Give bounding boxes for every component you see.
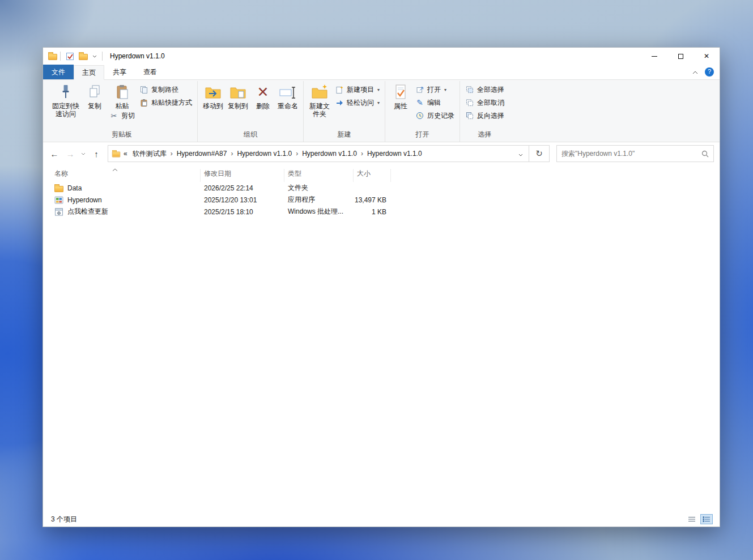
- explorer-window: Hyperdown v1.1.0 ✕ 文件 主页 共享 查看 ?: [42, 47, 720, 527]
- view-toggles: [686, 514, 713, 524]
- ribbon-group-organize: 移动到 复制到 ✕ 删除 重命名: [197, 81, 303, 142]
- column-header-date[interactable]: 修改日期: [201, 169, 284, 182]
- tab-view[interactable]: 查看: [135, 65, 165, 79]
- collapse-ribbon-button[interactable]: [691, 66, 699, 77]
- edit-label: 编辑: [427, 98, 441, 108]
- new-folder-button[interactable]: 新建文件夹: [307, 81, 333, 118]
- rename-icon: [279, 83, 296, 101]
- chevron-up-icon: [692, 71, 698, 74]
- history-icon: [415, 111, 424, 120]
- file-name-cell: Data: [51, 184, 201, 192]
- file-row-update-checker[interactable]: 点我检查更新 2025/2/15 18:10 Windows 批处理... 1 …: [51, 206, 720, 218]
- cut-button[interactable]: ✂ 剪切: [107, 110, 137, 121]
- details-view-button[interactable]: [700, 514, 713, 524]
- breadcrumb-segment-3[interactable]: Hyperdown v1.1.0: [300, 150, 359, 158]
- qat-properties-button[interactable]: [63, 51, 76, 62]
- properties-check-icon: [66, 52, 74, 61]
- paste-shortcut-label: 粘贴快捷方式: [151, 98, 192, 108]
- maximize-button[interactable]: [667, 48, 694, 65]
- breadcrumb-segment-1[interactable]: Hyperdown#A87: [175, 150, 229, 158]
- breadcrumb-segment-2[interactable]: Hyperdown v1.1.0: [235, 150, 294, 158]
- invert-selection-label: 反向选择: [477, 111, 504, 121]
- file-type-cell: 应用程序: [284, 195, 354, 205]
- forward-icon: →: [66, 149, 75, 159]
- paste-button[interactable]: 粘贴: [110, 81, 135, 110]
- list-view-button[interactable]: [686, 514, 698, 524]
- delete-button[interactable]: ✕ 删除: [250, 81, 275, 110]
- close-button[interactable]: ✕: [694, 48, 720, 65]
- breadcrumb-segment-0[interactable]: 软件测试库: [130, 149, 169, 159]
- copy-to-icon: [229, 83, 246, 101]
- history-button[interactable]: 历史记录: [413, 110, 457, 121]
- forward-button[interactable]: →: [63, 146, 77, 161]
- list-view-icon: [688, 516, 696, 523]
- easy-access-label: 轻松访问: [347, 98, 374, 108]
- window-controls: ✕: [641, 48, 720, 65]
- address-dropdown-button[interactable]: [516, 150, 525, 158]
- open-dropdown-icon: ▾: [444, 87, 446, 92]
- new-small-column: 新建项目 ▾ 轻松访问 ▾: [333, 81, 382, 108]
- properties-button[interactable]: 属性: [388, 81, 413, 110]
- edit-button[interactable]: ✎ 编辑: [413, 97, 457, 108]
- status-bar: 3 个项目: [43, 512, 720, 527]
- easy-access-button[interactable]: 轻松访问 ▾: [333, 97, 382, 108]
- up-button[interactable]: ↑: [90, 146, 103, 161]
- file-row-hyperdown[interactable]: Hyperdown 2025/12/20 13:01 应用程序 13,497 K…: [51, 194, 720, 206]
- help-button[interactable]: ?: [705, 67, 714, 77]
- ribbon-group-select: 全部选择 全部取消 反向选择 选择: [460, 81, 509, 142]
- back-button[interactable]: ←: [48, 146, 61, 161]
- file-row-data[interactable]: Data 2026/2/25 22:14 文件夹: [51, 182, 720, 194]
- search-input[interactable]: [561, 150, 701, 158]
- breadcrumb-chevron-icon[interactable]: ›: [229, 150, 234, 158]
- copy-to-button[interactable]: 复制到: [226, 81, 250, 110]
- qat-customize-button[interactable]: [90, 54, 99, 59]
- refresh-button[interactable]: ↻: [529, 145, 550, 162]
- column-header-type[interactable]: 类型: [284, 169, 354, 182]
- new-folder-small-icon: [79, 54, 88, 60]
- select-none-button[interactable]: 全部取消: [463, 97, 507, 108]
- delete-label: 删除: [256, 102, 270, 110]
- qat-new-folder-button[interactable]: [76, 51, 90, 61]
- breadcrumb-chevron-icon[interactable]: ›: [169, 150, 174, 158]
- easy-access-icon: [335, 98, 344, 107]
- address-bar: « 软件测试库 › Hyperdown#A87 › Hyperdown v1.1…: [108, 145, 550, 162]
- cut-label: 剪切: [121, 111, 135, 121]
- copy-button[interactable]: 复制: [82, 81, 107, 110]
- ribbon-tab-row: 文件 主页 共享 查看 ?: [43, 65, 720, 80]
- select-all-button[interactable]: 全部选择: [463, 84, 507, 95]
- file-name: Hyperdown: [67, 196, 102, 204]
- breadcrumb-overflow-button[interactable]: «: [121, 150, 130, 158]
- rename-button[interactable]: 重命名: [275, 81, 300, 110]
- breadcrumb-segment-4[interactable]: Hyperdown v1.1.0: [365, 150, 424, 158]
- minimize-button[interactable]: [641, 48, 667, 65]
- move-to-icon: [205, 83, 222, 101]
- copy-to-label: 复制到: [228, 102, 248, 110]
- tab-file[interactable]: 文件: [43, 65, 74, 79]
- recent-locations-button[interactable]: [79, 146, 87, 161]
- new-item-button[interactable]: 新建项目 ▾: [333, 84, 382, 95]
- file-name: 点我检查更新: [67, 207, 108, 217]
- open-button[interactable]: 打开 ▾: [413, 84, 457, 95]
- breadcrumb-chevron-icon[interactable]: ›: [295, 150, 299, 158]
- file-date-cell: 2025/12/20 13:01: [201, 196, 284, 204]
- ribbon-group-new: 新建文件夹 新建项目 ▾ 轻松访问 ▾: [303, 81, 385, 142]
- app-icon: [54, 196, 63, 205]
- open-icon: [415, 85, 424, 94]
- breadcrumb-chevron-icon[interactable]: ›: [360, 150, 364, 158]
- pin-to-quick-access-button[interactable]: 固定到快速访问: [49, 81, 82, 118]
- column-header-name[interactable]: 名称: [51, 169, 201, 182]
- move-to-button[interactable]: 移动到: [201, 81, 226, 110]
- organize-group-label: 组织: [201, 129, 300, 142]
- tab-home[interactable]: 主页: [74, 65, 104, 80]
- file-list-area: 名称 修改日期 类型 大小 Data 2026/2/25 22:14 文件夹 H…: [43, 165, 720, 512]
- paste-shortcut-button[interactable]: 粘贴快捷方式: [137, 97, 194, 108]
- search-box[interactable]: [556, 145, 714, 162]
- tab-share[interactable]: 共享: [104, 65, 135, 79]
- minimize-icon: [652, 56, 657, 57]
- copy-path-button[interactable]: 复制路径: [137, 84, 194, 95]
- invert-selection-button[interactable]: 反向选择: [463, 110, 507, 121]
- items-count: 3 个项目: [51, 515, 77, 524]
- column-header-size[interactable]: 大小: [354, 169, 391, 182]
- open-label: 打开: [427, 85, 441, 95]
- breadcrumb[interactable]: « 软件测试库 › Hyperdown#A87 › Hyperdown v1.1…: [108, 145, 529, 162]
